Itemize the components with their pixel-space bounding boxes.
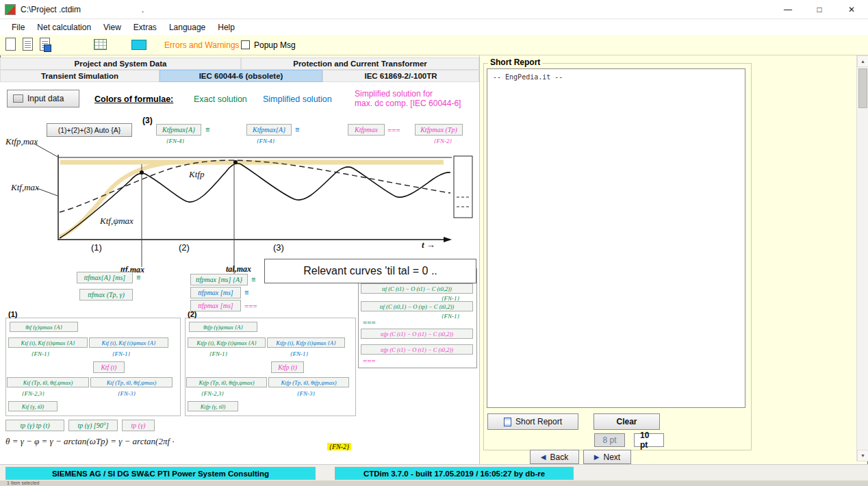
formula-ktfpmax-maxdc: Ktfpmax — [348, 124, 385, 136]
region3-label: (3) — [273, 242, 284, 253]
formula-ttfmax-tp-gamma: ttfmax (Tp, γ) — [79, 289, 133, 300]
triple-eq-symbol: === — [244, 302, 257, 310]
popup-msg-checkbox[interactable] — [241, 40, 250, 49]
panel-divider — [479, 55, 480, 464]
tab-iec-60044-6[interactable]: IEC 60044-6 (obsolete) — [159, 70, 322, 82]
legend-box — [454, 156, 472, 218]
region2-label: (2) — [179, 242, 190, 253]
formula-tp-gamma-t: tp (γ) tp (t) — [5, 420, 64, 431]
curve-label-ktfp: Ktfp — [189, 169, 204, 180]
formula-ttfpmax-simplified: ttfpmax [ms] — [190, 287, 241, 298]
tab-protection-current-transformer[interactable]: Protection and Current Transformer — [241, 57, 479, 70]
equiv-symbol: ≡ — [295, 125, 299, 133]
region1-label: (1) — [91, 242, 102, 253]
status-bar: SIEMENS AG / SI DG SW&C PTI Power System… — [0, 464, 868, 481]
next-button[interactable]: ▶ Next — [583, 450, 631, 464]
menu-extras[interactable]: Extras — [127, 21, 163, 34]
ylabel-ktfmax: Ktf,max — [11, 182, 39, 193]
menu-view[interactable]: View — [97, 21, 127, 34]
peak1-dot — [140, 170, 144, 175]
short-report-textarea[interactable]: -- EngPedia.it -- — [487, 68, 745, 408]
fn-caption: {FN-1} — [442, 313, 459, 320]
formula-ktfp-tp-simplified: Ktfp (Tp, t0, θtfp,ψmax) — [268, 377, 349, 387]
back-button-label: Back — [550, 452, 569, 462]
title-bar: C:\Project .ctdim . — □ ✕ — [0, 0, 868, 19]
formula-ktfpmax-exact: Ktfpmax{A} — [156, 124, 201, 136]
triple-eq-symbol: === — [387, 126, 400, 134]
formula-ktfp-t-exact: Ktfp (t), Ktfp (t)ψmax {A} — [188, 337, 266, 348]
theta-equation: θ = γ − φ = γ − arctan(ωTp) = γ − arctan… — [5, 436, 175, 447]
close-button[interactable]: ✕ — [835, 0, 868, 19]
window-title-dot: . — [142, 5, 144, 14]
equiv-symbol: ≡ — [251, 275, 255, 283]
formula-ktfp-t-maxdc: Ktfp (t) — [271, 361, 304, 373]
maximize-button[interactable]: □ — [804, 0, 835, 19]
short-report-title: Short Report — [488, 57, 542, 67]
ktfmax-pointer-line — [37, 188, 58, 196]
ktfp-oscillation-curve — [60, 164, 450, 238]
scroll-up-button[interactable]: ▲ — [857, 55, 868, 67]
minimize-button[interactable]: — — [772, 0, 804, 19]
open-file-icon[interactable] — [23, 38, 39, 53]
section2-label: (2) — [188, 310, 196, 318]
tab-iec-61869[interactable]: IEC 61869-2/-100TR — [322, 70, 479, 82]
colors-of-formulae-label: Colors of formulae: — [94, 94, 173, 104]
fn-caption: {FN-4} — [257, 138, 275, 144]
new-file-icon[interactable] — [5, 38, 22, 53]
vertical-scrollbar[interactable]: ▲ ▼ — [856, 55, 868, 461]
tab-transient-simulation[interactable]: Transient Simulation — [0, 70, 159, 82]
exact-solution-label: Exact solution — [194, 94, 247, 104]
fn-caption: {FN-2} — [434, 138, 452, 144]
net-calculation-icon[interactable] — [94, 39, 110, 54]
formula-ttfpmax-exact: ttfpmax [ms] {A} — [190, 274, 248, 285]
menu-net-calculation[interactable]: Net calculation — [31, 21, 97, 34]
bottom-strip: 1 Item selected — [0, 481, 868, 486]
formula-ktf-t-simplified: Ktf (t), Ktf (t)ψmax {A} — [89, 337, 168, 348]
save-export-icon[interactable] — [40, 38, 56, 53]
envelope-curve — [60, 160, 450, 212]
simplified-solution-label: Simplified solution — [263, 94, 332, 104]
input-data-label: Input data — [27, 94, 64, 103]
input-data-button[interactable]: Input data — [7, 90, 79, 107]
popup-msg-label: Popup Msg — [254, 40, 296, 50]
formula-theta-tfp: θtfp (γ)ψmax {A} — [189, 322, 257, 332]
short-report-button[interactable]: Short Report — [487, 413, 578, 430]
maxdc-solution-label-line1: Simplified solution for — [355, 89, 433, 99]
formula-ktf-tp-exact: Ktf (Tp, t0, θtf,ψmax) — [7, 377, 89, 387]
formula-ktfp-t-simplified: Ktfp (t), Ktfp (t)ψmax {A} — [267, 337, 345, 348]
scroll-thumb[interactable] — [858, 68, 867, 108]
formula-theta-tf: θtf (γ)ψmax {A} — [10, 322, 78, 332]
fn-caption: {FN-1} — [290, 350, 308, 357]
menu-language[interactable]: Language — [163, 21, 212, 34]
formula-ktfpmax-tp: Ktfpmax (Tp) — [415, 124, 463, 136]
scroll-down-button[interactable]: ▼ — [857, 450, 868, 461]
fn-caption: {FN-1} — [209, 350, 227, 357]
report-window-icon[interactable] — [131, 40, 148, 55]
formula-tp-gamma-90: tp (γ) [90°] — [68, 420, 118, 431]
menu-help[interactable]: Help — [212, 21, 241, 34]
clear-button[interactable]: Clear — [593, 413, 660, 430]
toolbar: Errors and Warnings Popup Msg — [0, 35, 868, 55]
equiv-symbol: ≡ — [136, 273, 140, 281]
formula-ttf-c2: ttf (C (t0,1) − O (tp) − C (t0,2)) — [361, 301, 473, 311]
formula-ttfp-c2: ttfp (C (t1) − O (t1) − C (t0,2)) — [361, 344, 473, 355]
menu-file[interactable]: File — [5, 21, 31, 34]
input-data-icon — [13, 94, 23, 103]
formula-ktfpmax-simplified: Ktfpmax{A} — [246, 124, 292, 136]
curve-label-ktf-psimax: Ktf,ψmax — [100, 216, 133, 227]
back-button[interactable]: ◀ Back — [530, 450, 579, 464]
formula-tp-gamma-maxdc: tp (γ) — [122, 420, 155, 431]
relevant-curves-note: Relevant curves 'til tal = 0 .. — [264, 259, 476, 283]
time-axis-arrow — [444, 237, 452, 242]
fn-caption: {FN-2,3} — [22, 390, 44, 397]
tab-project-system-data[interactable]: Project and System Data — [0, 57, 241, 70]
triple-eq-symbol: === — [363, 357, 376, 365]
fn-caption: {FN-3} — [118, 390, 136, 397]
short-report-content: -- EngPedia.it -- — [493, 73, 563, 81]
formula-ktfp-gamma-t0: Ktfp (γ, t0) — [188, 401, 238, 411]
ylabel-ktfpmax: Ktfp,max — [5, 136, 38, 147]
fn-caption: {FN-4} — [166, 138, 184, 144]
font-8pt-button[interactable]: 8 pt — [594, 433, 625, 447]
font-10pt-button[interactable]: 10 pt — [634, 433, 664, 447]
formula-ttfp-c1: ttfp (C (t1) − O (t1) − C (t0,2)) — [361, 329, 473, 339]
